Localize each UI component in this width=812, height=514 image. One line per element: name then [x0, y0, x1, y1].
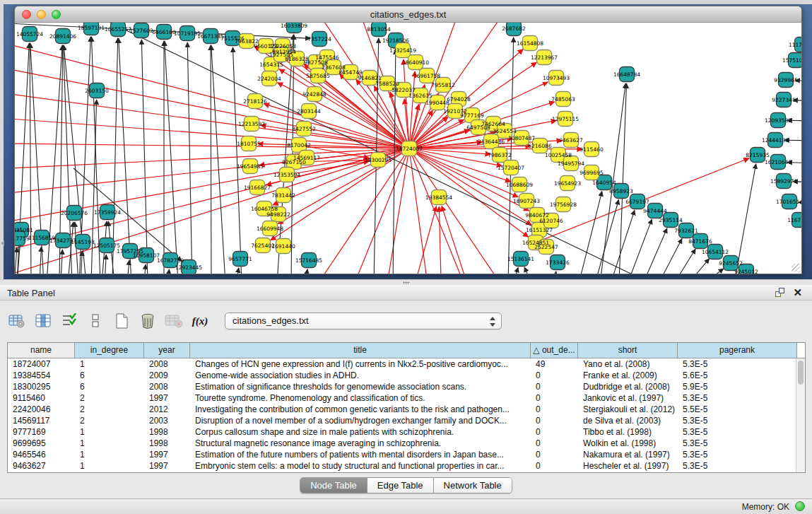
vertical-scrollbar[interactable]	[796, 358, 805, 472]
graph-node-label: 7932621	[674, 228, 698, 234]
graph-edge	[388, 148, 409, 274]
table-row[interactable]: 1938455462009Genome-wide association stu…	[8, 370, 796, 381]
graph-edge	[40, 247, 41, 274]
graph-node-label: 9115460	[579, 146, 604, 153]
table-header-row: namein_degreeyeartitle△ out_de...shortpa…	[8, 343, 805, 358]
splitter-handle-icon[interactable]	[403, 281, 410, 284]
table-cell: Tourette syndrome. Phenomenology and cla…	[190, 392, 531, 404]
graph-node-label: 15892971	[770, 178, 797, 185]
table-row[interactable]: 977716911998Corpus callosum shape and si…	[8, 426, 796, 438]
select-rows-icon[interactable]	[59, 311, 79, 331]
graph-edge	[144, 264, 146, 274]
scrollbar-thumb[interactable]	[798, 361, 804, 385]
graph-node-label: 10025458	[545, 152, 572, 158]
delete-rows-icon[interactable]	[138, 311, 158, 331]
table-row[interactable]: 1456911722003Disruption of a novel membe…	[8, 415, 796, 426]
column-header-name[interactable]: name	[8, 343, 75, 358]
panel-collapse-arrow[interactable]	[1, 240, 4, 246]
table-cell: Wolkin et al. (1998)	[578, 438, 678, 449]
graph-node-label: 9245012	[734, 269, 758, 274]
graph-node-label: 1990448	[425, 100, 449, 106]
graph-node-label: 20206576	[61, 210, 88, 216]
column-header-out_de[interactable]: △ out_de...	[531, 343, 578, 358]
table-selector-dropdown[interactable]: citations_edges.txt	[225, 313, 502, 329]
graph-node-label: 1654315	[259, 62, 283, 68]
graph-node-label: 21364436	[478, 139, 505, 145]
table-cell: 2012	[144, 404, 190, 415]
graph-node-label: 18640910	[402, 59, 429, 66]
graph-node-label: 12975115	[552, 116, 579, 122]
tab-edge-table[interactable]: Edge Table	[367, 478, 434, 493]
graph-node-label: 12213592	[238, 121, 265, 127]
network-canvas[interactable]: 1872400714055724208914061859719110655257…	[15, 23, 801, 274]
graph-node-label: 7588520	[375, 81, 399, 87]
graph-node-label: 10958107	[133, 252, 160, 259]
graph-edge	[579, 192, 602, 274]
row-height-icon[interactable]	[86, 311, 105, 331]
graph-node-label: 8813054	[367, 26, 391, 33]
column-header-in_degree[interactable]: in_degree	[75, 343, 144, 358]
graph-edge	[15, 148, 409, 250]
table-cell: 0	[531, 449, 578, 460]
graph-edge	[416, 206, 437, 274]
table-cell: Hescheler et al. (1997)	[578, 460, 678, 472]
table-toolbar: f(x) citations_edges.txt	[7, 309, 502, 333]
graph-edge	[233, 47, 242, 274]
table-cell: 1	[75, 426, 144, 438]
network-view-background: citations_edges.txt 18724007140557242089…	[4, 4, 812, 279]
table-settings-icon[interactable]	[7, 311, 27, 331]
graph-node-label: 12093582	[765, 117, 792, 124]
float-panel-icon[interactable]	[775, 288, 785, 298]
table-row[interactable]: 2242004622012Investigating the contribut…	[8, 404, 796, 415]
graph-edge	[611, 210, 635, 274]
resize-grip-icon[interactable]	[792, 264, 800, 272]
graph-edge	[211, 45, 211, 274]
column-header-short[interactable]: short	[578, 343, 678, 358]
network-window-titlebar[interactable]: citations_edges.txt	[15, 6, 801, 23]
table-row[interactable]: 946362711997Embryonic stem cells: a mode…	[8, 460, 796, 472]
table-cell: Jankovic et al. (1997)	[578, 392, 678, 404]
column-header-title[interactable]: title	[190, 343, 531, 358]
horizontal-splitter[interactable]	[0, 279, 812, 285]
graph-node-label: 8170042	[287, 142, 311, 148]
table-cell: 9115460	[8, 392, 75, 404]
graph-node-label: 17359924	[94, 209, 121, 216]
show-columns-icon[interactable]	[33, 311, 53, 331]
graph-node-label: 9699695	[579, 170, 604, 176]
graph-node-label: 3624554	[493, 128, 517, 134]
table-row[interactable]: 1830029562008Estimation of significance …	[8, 381, 796, 392]
function-builder-icon[interactable]: f(x)	[190, 311, 210, 331]
close-panel-icon[interactable]: ✕	[793, 286, 802, 299]
tab-node-table[interactable]: Node Table	[300, 478, 367, 493]
table-cell: 0	[531, 415, 578, 426]
table-cell: 5.3E-5	[678, 438, 797, 449]
tab-network-table[interactable]: Network Table	[434, 478, 512, 493]
table-panel-title: Table Panel	[7, 288, 55, 298]
graph-edge	[165, 41, 178, 274]
table-cell: Dudbridge et al. (2008)	[578, 381, 678, 392]
column-header-year[interactable]: year	[144, 343, 190, 358]
table-cell: Yano et al. (2008)	[578, 358, 678, 370]
delete-table-icon[interactable]	[164, 311, 184, 331]
table-cell: Changes of HCN gene expression and I(f) …	[190, 358, 531, 370]
graph-edge	[305, 269, 307, 274]
new-document-icon[interactable]	[112, 311, 131, 331]
graph-node-label: 3917759	[15, 235, 30, 242]
graph-node-label: 7357224	[307, 36, 331, 42]
graph-edge	[105, 255, 106, 274]
table-cell: 2	[75, 415, 144, 426]
graph-node-label: 16033809	[281, 23, 307, 29]
column-header-pagerank[interactable]: pagerank	[678, 343, 797, 358]
graph-node-label: 7831442	[271, 192, 295, 199]
table-cell: Corpus callosum shape and size in male p…	[190, 426, 531, 438]
table-cell: 2	[75, 404, 144, 415]
table-row[interactable]: 969969511998Structural magnetic resonanc…	[8, 438, 796, 449]
graph-node-label: 7955812	[431, 82, 455, 88]
table-panel-titlebar: Table Panel ✕	[0, 285, 812, 300]
table-row[interactable]: 911546021997Tourette syndrome. Phenomeno…	[8, 392, 796, 404]
graph-edge	[127, 260, 129, 274]
table-row[interactable]: 1872400712008Changes of HCN gene express…	[8, 358, 796, 370]
table-row[interactable]: 946554611997Estimation of the future num…	[8, 449, 796, 460]
table-cell: 5.9E-5	[678, 381, 797, 392]
table-cell: Nakamura et al. (1997)	[578, 449, 678, 460]
